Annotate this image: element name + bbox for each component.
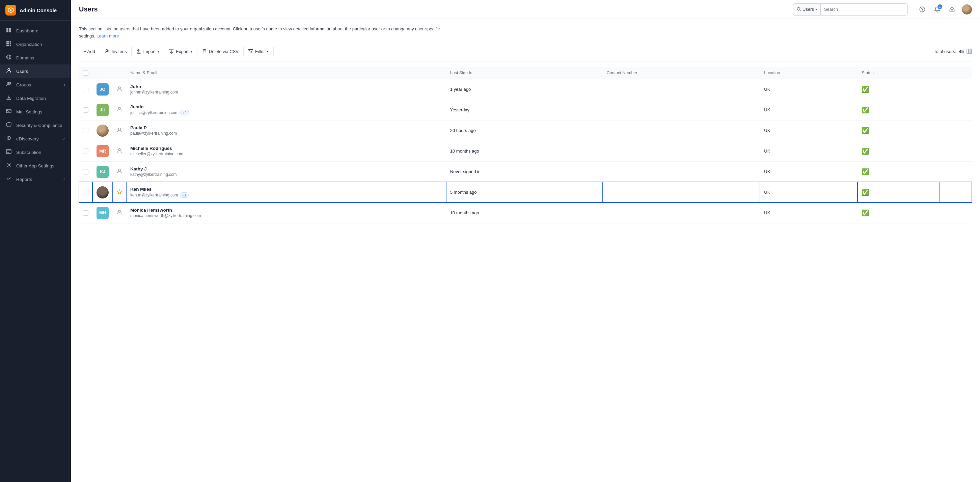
sidebar-item-users[interactable]: Users (0, 64, 71, 78)
row-role-cell (113, 161, 126, 182)
chevron-right-icon: › (64, 83, 65, 87)
row-role-cell (113, 202, 126, 223)
row-checkbox[interactable] (83, 87, 88, 92)
table-row[interactable]: KJKathy J kathy@zylkertraining.comNever … (79, 161, 972, 182)
search-bar: Users ▾ (793, 3, 908, 16)
search-filter-dropdown[interactable]: Users ▾ (793, 4, 821, 15)
table-row[interactable]: Ken Miles ken.m@zylkertraining.com+15 mo… (79, 182, 972, 202)
user-avatar: MR (97, 145, 109, 157)
svg-rect-13 (8, 45, 10, 46)
user-email: justinc@zylkertraining.com+1 (130, 110, 442, 115)
avatar-image (962, 5, 972, 14)
row-checkbox[interactable] (83, 107, 88, 113)
sidebar-item-groups[interactable]: Groups › (0, 78, 71, 91)
users-table: Name & Email Last Sign In Contact Number… (79, 67, 972, 223)
other-app-settings-icon (5, 162, 12, 169)
row-location-cell: UK (760, 100, 858, 120)
user-email: paula@zylkertraining.com (130, 131, 442, 136)
row-avatar-cell: JU (92, 100, 113, 120)
sidebar-header: Admin Console (0, 0, 71, 21)
row-checkbox[interactable] (83, 169, 88, 175)
sidebar-item-dashboard[interactable]: Dashboard (0, 24, 71, 37)
user-avatar (97, 124, 109, 137)
export-button[interactable]: Export ▾ (164, 46, 197, 56)
row-status-cell: ✅ (858, 161, 939, 182)
status-column: Status (858, 67, 939, 80)
row-checkbox-cell (79, 182, 92, 202)
sidebar-item-label: Organization (16, 42, 42, 47)
sidebar-item-reports[interactable]: Reports ↗ (0, 172, 71, 186)
total-users: Total users: 45 (934, 49, 972, 54)
table-row[interactable]: MRMichelle Rodrigues micheller@zylkertra… (79, 141, 972, 161)
sidebar-item-other-app-settings[interactable]: Other App Settings (0, 159, 71, 172)
delete-csv-button[interactable]: Delete via CSV (197, 46, 243, 56)
subscription-icon (5, 149, 12, 156)
add-button[interactable]: + Add (79, 46, 100, 56)
svg-rect-48 (970, 49, 972, 54)
row-contact-cell (603, 79, 760, 100)
row-checkbox[interactable] (83, 210, 88, 216)
sidebar-item-mail-settings[interactable]: Mail Settings (0, 105, 71, 118)
table-row[interactable]: JUJustin justinc@zylkertraining.com+1Yes… (79, 100, 972, 120)
columns-icon[interactable] (967, 49, 972, 54)
export-chevron-icon: ▾ (191, 49, 192, 53)
user-email: kathy@zylkertraining.com (130, 172, 442, 177)
invitees-button[interactable]: Invitees (100, 46, 132, 56)
row-checkbox[interactable] (83, 148, 88, 154)
table-toolbar: + Add Invitees Import ▾ Export ▾ Delete … (79, 46, 972, 61)
row-checkbox[interactable] (83, 128, 88, 133)
svg-rect-3 (9, 28, 11, 30)
notifications-icon[interactable]: 1 (932, 5, 942, 14)
row-name-cell[interactable]: Kathy J kathy@zylkertraining.com (126, 161, 446, 182)
home-icon[interactable] (947, 5, 957, 14)
row-contact-cell (603, 141, 760, 161)
avatar[interactable] (962, 5, 972, 14)
svg-rect-14 (10, 45, 11, 46)
status-active-icon: ✅ (862, 107, 869, 113)
sidebar-item-security-compliance[interactable]: Security & Compliance (0, 118, 71, 132)
table-row[interactable]: MHMonica Hemsworth monica.hemsworth@zylk… (79, 202, 972, 223)
status-active-icon: ✅ (862, 210, 869, 216)
row-name-cell[interactable]: Paula P paula@zylkertraining.com (126, 120, 446, 141)
row-name-cell[interactable]: Monica Hemsworth monica.hemsworth@zylker… (126, 202, 446, 223)
select-all-checkbox[interactable] (83, 70, 88, 76)
row-avatar-cell (92, 120, 113, 141)
row-name-cell[interactable]: Michelle Rodrigues micheller@zylkertrain… (126, 141, 446, 161)
row-checkbox-cell (79, 100, 92, 120)
page-description: This section lists the users that have b… (79, 25, 450, 40)
row-extra-cell (939, 182, 972, 202)
svg-point-52 (118, 148, 121, 151)
sidebar-item-organization[interactable]: Organization (0, 37, 71, 51)
search-filter-label: Users (802, 7, 814, 12)
row-location-cell: UK (760, 79, 858, 100)
name-email-column: Name & Email (126, 67, 446, 80)
sidebar-nav: Dashboard Organization Domains Users (0, 21, 71, 482)
shield-icon (5, 122, 12, 129)
row-name-cell[interactable]: Ken Miles ken.m@zylkertraining.com+1 (126, 182, 446, 202)
row-extra-cell (939, 79, 972, 100)
help-icon[interactable] (917, 5, 928, 14)
sidebar-item-label: eDiscovery (16, 136, 39, 142)
row-name-cell[interactable]: Justin justinc@zylkertraining.com+1 (126, 100, 446, 120)
filter-button[interactable]: Filter ▾ (243, 46, 274, 56)
row-checkbox[interactable] (83, 190, 88, 195)
search-input[interactable] (821, 7, 907, 12)
sidebar-item-domains[interactable]: Domains (0, 51, 71, 64)
row-location-cell: UK (760, 120, 858, 141)
role-icon (117, 86, 122, 91)
import-button[interactable]: Import ▾ (132, 46, 164, 56)
sidebar-item-subscription[interactable]: Subscription (0, 145, 71, 159)
user-tag[interactable]: +1 (180, 192, 189, 198)
row-name-cell[interactable]: John johnm@zylkertraining.com (126, 79, 446, 100)
row-extra-cell (939, 202, 972, 223)
table-row[interactable]: JOJohn johnm@zylkertraining.com1 year ag… (79, 79, 972, 100)
sidebar-item-data-migration[interactable]: Data Migration (0, 91, 71, 105)
table-row[interactable]: Paula P paula@zylkertraining.com20 hours… (79, 120, 972, 141)
learn-more-link[interactable]: Learn more (97, 33, 119, 38)
user-name: Monica Hemsworth (130, 208, 442, 213)
groups-icon (5, 81, 12, 88)
status-active-icon: ✅ (862, 86, 869, 93)
sidebar-item-ediscovery[interactable]: eDiscovery ↗ (0, 132, 71, 145)
sidebar-item-label: Subscription (16, 150, 41, 155)
user-tag[interactable]: +1 (180, 110, 189, 115)
